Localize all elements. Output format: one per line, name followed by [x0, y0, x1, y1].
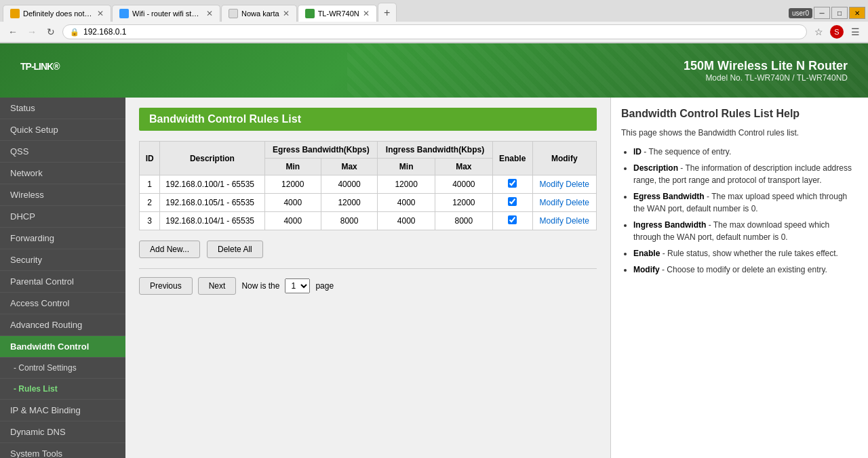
sidebar-item-rules-list[interactable]: - Rules List — [0, 379, 125, 400]
row3-modify-link[interactable]: Modify — [540, 216, 564, 226]
row2-description: 192.168.0.105/1 - 65535 — [160, 194, 264, 212]
help-panel: Bandwidth Control Rules List Help This p… — [610, 98, 868, 458]
page-title: Bandwidth Control Rules List — [139, 108, 597, 131]
delete-all-button[interactable]: Delete All — [207, 241, 263, 258]
sidebar: Status Quick Setup QSS Network Wireless … — [0, 98, 125, 458]
row3-enable[interactable] — [492, 212, 532, 230]
tab-close-4[interactable]: ✕ — [363, 9, 370, 18]
sidebar-item-access-control[interactable]: Access Control — [0, 293, 125, 314]
sidebar-item-forwarding[interactable]: Forwarding — [0, 228, 125, 249]
new-tab-button[interactable]: + — [378, 3, 397, 22]
row2-modify-link[interactable]: Modify — [540, 198, 564, 207]
browser-toolbar: ← → ↻ 🔒 192.168.0.1 ☆ S ☰ — [0, 22, 868, 43]
row1-modify-cell: Modify Delete — [532, 175, 596, 194]
tab-title-2: Wifi - router wifi static rout — [132, 9, 203, 18]
main-layout: Status Quick Setup QSS Network Wireless … — [0, 98, 868, 458]
col-ingress-max: Max — [435, 159, 493, 175]
row1-delete-link[interactable]: Delete — [566, 180, 589, 189]
sidebar-item-security[interactable]: Security — [0, 249, 125, 271]
lock-icon: 🔒 — [70, 28, 79, 37]
sidebar-item-system-tools[interactable]: System Tools — [0, 443, 125, 458]
pagination-row: Previous Next Now is the 1 page — [139, 277, 597, 295]
sidebar-item-wireless[interactable]: Wireless — [0, 184, 125, 206]
tab-title-3: Nowa karta — [241, 9, 279, 18]
row1-modify-link[interactable]: Modify — [540, 180, 564, 189]
row1-ingress-max: 40000 — [435, 175, 493, 194]
row1-enable[interactable] — [492, 175, 532, 194]
sidebar-item-control-settings[interactable]: - Control Settings — [0, 358, 125, 379]
help-item-modify: Modify - Choose to modify or delete an e… — [633, 264, 858, 276]
help-title: Bandwidth Control Rules List Help — [621, 108, 858, 120]
tab-title-4: TL-WR740N — [318, 9, 359, 18]
tab-favicon-2 — [119, 9, 129, 18]
action-buttons: Add New... Delete All — [139, 241, 597, 258]
row3-egress-min: 4000 — [264, 212, 321, 230]
browser-chrome: Definitely does not need a ✕ Wifi - rout… — [0, 0, 868, 43]
page-select[interactable]: 1 — [285, 278, 310, 293]
row2-egress-max: 12000 — [321, 194, 377, 212]
tab-1[interactable]: Definitely does not need a ✕ — [3, 5, 111, 22]
next-button[interactable]: Next — [198, 277, 237, 295]
tab-favicon-3 — [229, 9, 238, 18]
tab-favicon-4 — [305, 9, 315, 18]
rules-table: ID Description Egress Bandwidth(Kbps) In… — [139, 141, 597, 230]
reload-button[interactable]: ↻ — [43, 24, 58, 39]
row3-delete-link[interactable]: Delete — [566, 216, 589, 226]
previous-button[interactable]: Previous — [139, 277, 193, 295]
bookmark-button[interactable]: ☆ — [811, 24, 826, 39]
minimize-button[interactable]: ─ — [814, 7, 830, 19]
add-new-button[interactable]: Add New... — [139, 241, 200, 258]
col-egress-max: Max — [321, 159, 377, 175]
col-egress-min: Min — [264, 159, 321, 175]
model-info: 150M Wireless Lite N Router Model No. TL… — [684, 59, 848, 83]
pagination-label: Now is the — [241, 281, 279, 291]
row3-modify-cell: Modify Delete — [532, 212, 596, 230]
tab-title-1: Definitely does not need a — [23, 9, 94, 18]
sidebar-item-network[interactable]: Network — [0, 163, 125, 184]
main-content: Bandwidth Control Rules List ID Descript… — [125, 98, 610, 458]
help-list: ID - The sequence of entry. Description … — [621, 146, 858, 276]
row2-delete-link[interactable]: Delete — [566, 198, 589, 207]
row1-egress-min: 12000 — [264, 175, 321, 194]
help-item-description: Description - The information of descrip… — [633, 162, 858, 186]
sidebar-item-dhcp[interactable]: DHCP — [0, 206, 125, 228]
tab-close-1[interactable]: ✕ — [97, 9, 104, 18]
row2-enable[interactable] — [492, 194, 532, 212]
tab-4[interactable]: TL-WR740N ✕ — [298, 5, 377, 22]
content-area: Bandwidth Control Rules List ID Descript… — [125, 98, 868, 458]
table-row: 1 192.168.0.100/1 - 65535 12000 40000 12… — [140, 175, 597, 194]
tab-close-2[interactable]: ✕ — [206, 9, 213, 18]
sidebar-item-dynamic-dns[interactable]: Dynamic DNS — [0, 421, 125, 443]
sidebar-item-advanced-routing[interactable]: Advanced Routing — [0, 314, 125, 336]
tab-favicon-1 — [10, 9, 20, 18]
menu-button[interactable]: ☰ — [848, 24, 863, 39]
sidebar-item-ip-mac-binding[interactable]: IP & MAC Binding — [0, 400, 125, 421]
table-row: 3 192.168.0.104/1 - 65535 4000 8000 4000… — [140, 212, 597, 230]
sidebar-item-qss[interactable]: QSS — [0, 141, 125, 163]
row3-ingress-min: 4000 — [378, 212, 435, 230]
row2-modify-cell: Modify Delete — [532, 194, 596, 212]
row1-egress-max: 40000 — [321, 175, 377, 194]
tab-3[interactable]: Nowa karta ✕ — [221, 5, 297, 22]
sidebar-item-parental-control[interactable]: Parental Control — [0, 271, 125, 293]
pagination-suffix: page — [315, 281, 334, 291]
close-window-button[interactable]: ✕ — [849, 7, 865, 19]
col-egress: Egress Bandwidth(Kbps) — [264, 142, 378, 159]
tab-close-3[interactable]: ✕ — [283, 9, 290, 18]
sidebar-item-quick-setup[interactable]: Quick Setup — [0, 119, 125, 141]
sidebar-item-bandwidth-control[interactable]: Bandwidth Control — [0, 336, 125, 358]
row3-id: 3 — [140, 212, 160, 230]
help-item-id: ID - The sequence of entry. — [633, 146, 858, 158]
forward-button[interactable]: → — [24, 24, 39, 39]
address-bar[interactable]: 🔒 192.168.0.1 — [62, 24, 807, 39]
maximize-button[interactable]: □ — [831, 7, 848, 19]
help-item-enable: Enable - Rule status, show whether the r… — [633, 247, 858, 259]
tab-2[interactable]: Wifi - router wifi static rout ✕ — [112, 5, 220, 22]
back-button[interactable]: ← — [5, 24, 20, 39]
sidebar-item-status[interactable]: Status — [0, 98, 125, 119]
shield-button[interactable]: S — [830, 25, 844, 39]
user-badge: user0 — [789, 8, 812, 18]
row2-ingress-min: 4000 — [378, 194, 435, 212]
address-input[interactable]: 192.168.0.1 — [83, 27, 800, 37]
help-item-egress: Egress Bandwidth - The max upload speed … — [633, 190, 858, 215]
